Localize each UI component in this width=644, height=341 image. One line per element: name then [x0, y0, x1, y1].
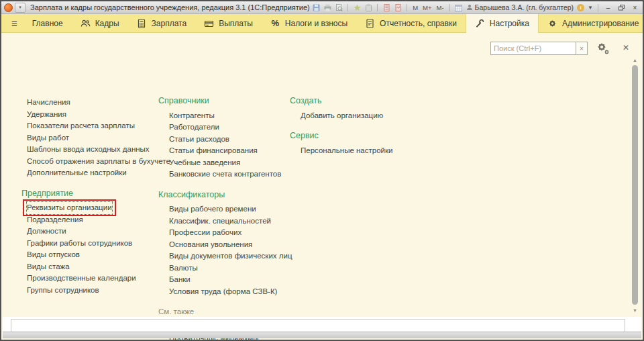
chevron-down-icon[interactable]: ▼: [588, 5, 593, 11]
main-menu-button[interactable]: ≡: [5, 14, 23, 32]
search-clear-button[interactable]: ×: [576, 42, 588, 55]
menu-column-2: СправочникиКонтрагентыРаботодателиСтатьи…: [158, 95, 303, 341]
tab-main[interactable]: Главное: [23, 14, 72, 32]
menu-item[interactable]: Показатели расчета зарплаты: [21, 120, 159, 132]
menu-item[interactable]: Производственные календари: [21, 273, 159, 285]
menu-item[interactable]: Шаблоны ввода исходных данных: [21, 144, 159, 156]
save-icon[interactable]: [312, 3, 320, 11]
tab-administration[interactable]: Администрирование: [539, 14, 644, 32]
menu-item[interactable]: Подразделения: [21, 214, 159, 226]
close-window-button[interactable]: ×: [630, 3, 640, 12]
menu-item[interactable]: Способ отражения зарплаты в бухучете: [21, 156, 159, 168]
menu-item-label: Банковские счета контрагентов: [169, 168, 281, 181]
settings-gears-icon[interactable]: [596, 41, 610, 56]
tab-reports[interactable]: Отчетность, справки: [356, 14, 466, 32]
current-user-name: Барышева З.А. (гл. бухгалтер): [475, 3, 574, 11]
main-menu-dropdown-button[interactable]: ▾: [15, 3, 25, 13]
menu-item-label: Показатели расчета зарплаты: [27, 120, 135, 132]
info-icon[interactable]: i: [577, 4, 584, 11]
section-header: См. также: [158, 306, 303, 318]
menu-item[interactable]: Должности: [21, 226, 159, 238]
tab-label: Главное: [32, 19, 63, 28]
tab-taxes[interactable]: %Налоги и взносы: [262, 14, 356, 32]
restore-button[interactable]: [616, 3, 627, 12]
search-input[interactable]: [490, 42, 576, 55]
menu-item[interactable]: Реквизиты организации: [21, 202, 159, 214]
wrench-icon: [475, 19, 485, 29]
menu-item[interactable]: Графики работы сотрудников: [21, 238, 159, 250]
menu-item[interactable]: Учебные заведения: [158, 157, 303, 169]
tab-personnel[interactable]: Кадры: [72, 14, 128, 32]
title-bar: ▾ Зарплата и кадры государственного учре…: [1, 1, 643, 14]
scroll-down-arrow[interactable]: ▼: [631, 307, 639, 313]
menu-item[interactable]: Работодатели: [158, 121, 303, 134]
print-icon[interactable]: [323, 3, 331, 11]
print-preview-icon[interactable]: [335, 3, 343, 11]
menu-item[interactable]: Дополнительные настройки: [21, 167, 159, 179]
menu-item-label: Начисления: [27, 97, 70, 109]
menu-item[interactable]: Профессии рабочих: [158, 227, 303, 239]
document-red-icon-1[interactable]: [382, 3, 390, 11]
menu-item[interactable]: Банковские счета контрагентов: [158, 168, 303, 181]
menu-item-label: Валюты: [169, 262, 198, 275]
menu-item[interactable]: Статьи расходов: [158, 134, 303, 146]
user-icon: [466, 4, 473, 11]
calc-memory-mplus-button[interactable]: M+: [422, 4, 432, 11]
menu-item-label: Производственные календари: [27, 273, 136, 285]
menu-item-label: Учебные заведения: [169, 157, 240, 169]
menu-item-label: Персональные настройки: [301, 145, 392, 157]
menu-item[interactable]: Добавить организацию: [290, 110, 427, 122]
menu-item-label: Подразделения: [27, 214, 83, 226]
menu-item[interactable]: Классифик. специальностей: [158, 215, 303, 228]
settings-menu-panel: × ✕ НачисленияУдержанияПоказатели расчет…: [3, 33, 641, 318]
menu-section: НачисленияУдержанияПоказатели расчета за…: [21, 97, 159, 179]
favorites-star-icon[interactable]: [353, 3, 361, 11]
menu-item-label: Шаблоны ввода исходных данных: [27, 144, 150, 156]
tab-salary[interactable]: Зарплата: [128, 14, 196, 32]
menu-item[interactable]: Группы сотрудников: [21, 285, 159, 297]
menu-item-label: Реквизиты организации: [27, 202, 112, 214]
calc-memory-m-button[interactable]: M: [412, 4, 419, 11]
menu-item[interactable]: Персональные настройки: [290, 145, 427, 157]
menu-item-label: Работодатели: [169, 121, 219, 134]
menu-item-label: Классифик. специальностей: [169, 215, 271, 228]
document-red-icon-2[interactable]: [394, 3, 402, 11]
menu-item[interactable]: Статьи финансирования: [158, 145, 303, 157]
menu-item-label: Способ отражения зарплаты в бухучете: [27, 156, 170, 168]
titlebar-separator: [407, 4, 407, 11]
vertical-scrollbar[interactable]: ▲ ▼: [631, 57, 639, 313]
calc-memory-mminus-button[interactable]: M-: [436, 4, 445, 11]
menu-column-1: НачисленияУдержанияПоказатели расчета за…: [21, 97, 159, 296]
menu-item-label: Профессии рабочих: [169, 227, 241, 239]
payments-icon: [204, 18, 214, 28]
panel-close-button[interactable]: ✕: [621, 43, 631, 52]
current-user-chip[interactable]: Барышева З.А. (гл. бухгалтер): [466, 3, 574, 11]
clipboard-icon[interactable]: [364, 3, 372, 11]
menu-item[interactable]: Валюты: [158, 262, 303, 275]
section-tab-bar: ≡ ГлавноеКадрыЗарплатаВыплаты%Налоги и в…: [1, 14, 643, 33]
scroll-up-arrow[interactable]: ▲: [631, 57, 639, 63]
menu-item[interactable]: Удержания: [21, 109, 159, 121]
section-header: Предприятие: [21, 188, 159, 200]
tab-label: Кадры: [95, 19, 119, 28]
minimize-button[interactable]: –: [603, 3, 613, 12]
menu-item[interactable]: Виды работ: [21, 132, 159, 144]
tab-settings[interactable]: Настройка: [466, 14, 539, 33]
menu-item-label: Должности: [27, 226, 66, 238]
menu-item-label: Виды документов физических лиц: [169, 250, 292, 262]
menu-item-label: Виды работ: [27, 132, 69, 144]
menu-item[interactable]: Условия труда (форма СЗВ-К): [158, 286, 303, 298]
calendar-icon[interactable]: [455, 3, 463, 11]
menu-item[interactable]: Банки: [158, 274, 303, 286]
tab-payments[interactable]: Выплаты: [195, 14, 262, 32]
menu-item[interactable]: Основания увольнения: [158, 239, 303, 251]
scrollbar-thumb[interactable]: [632, 65, 638, 305]
menu-item[interactable]: Начисления: [21, 97, 159, 109]
menu-item[interactable]: Виды стажа: [21, 261, 159, 273]
menu-item[interactable]: Виды рабочего времени: [158, 203, 303, 215]
menu-item[interactable]: Контрагенты: [158, 110, 303, 122]
app-icon[interactable]: [4, 3, 13, 12]
menu-item[interactable]: Виды документов физических лиц: [158, 250, 303, 262]
menu-item[interactable]: Виды отпусков: [21, 249, 159, 261]
section-header: Сервис: [290, 130, 427, 142]
